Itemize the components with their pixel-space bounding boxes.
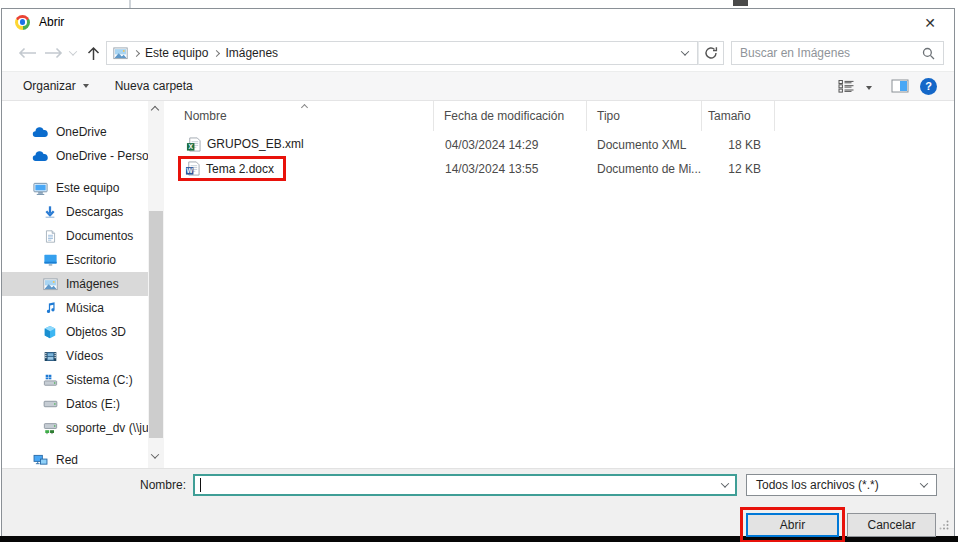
sidebar-item-escritorio[interactable]: Escritorio [2,248,148,272]
back-icon[interactable] [14,41,40,65]
svg-text:W: W [187,167,194,174]
title-bar: Abrir ✕ [2,9,954,35]
sidebar-item-label: Documentos [66,229,133,243]
file-type: Documento de Mi... [587,162,702,176]
file-name-input-wrap [193,474,737,496]
sidebar-item-soporte-dv-ju[interactable]: soporte_dv (\\ju [2,416,148,440]
chevron-down-icon [83,84,89,88]
sidebar-item-label: Este equipo [56,181,119,195]
column-header-label: Tipo [597,109,620,123]
network-icon [32,452,48,468]
text-caret [200,478,201,492]
column-header-1[interactable]: Fecha de modificación [434,101,587,131]
cloud-icon [32,124,48,140]
file-type-value: Todos los archivos (*.*) [756,478,879,492]
sidebar-item-vídeos[interactable]: Vídeos [2,344,148,368]
file-row[interactable]: WTema 2.docx 14/03/2024 13:55 Documento … [164,156,954,178]
new-folder-label: Nueva carpeta [115,79,193,93]
sidebar-item-música[interactable]: Música [2,296,148,320]
file-list-header: NombreFecha de modificaciónTipoTamaño [164,101,954,131]
drive-icon [42,396,58,412]
file-name: Tema 2.docx [206,162,274,176]
sidebar-item-label: OneDrive - Persor [56,149,148,163]
file-type-select[interactable]: Todos los archivos (*.*) [746,474,937,496]
breadcrumb-este-equipo[interactable]: Este equipo [139,46,214,60]
sidebar-item-imágenes[interactable]: Imágenes [2,272,148,296]
view-options-chevron-icon[interactable] [866,79,872,93]
file-name-input[interactable] [193,474,737,496]
pictures-icon [113,46,131,60]
file-name: GRUPOS_EB.xml [207,137,304,151]
sort-ascending-icon [301,104,308,111]
column-header-label: Tamaño [708,109,751,123]
sidebar-item-label: soporte_dv (\\ju [66,421,148,435]
organize-label: Organizar [23,79,76,93]
annotation-highlight-open: Abrir [740,507,845,542]
sidebar-item-este-equipo[interactable]: Este equipo [2,176,148,200]
column-header-2[interactable]: Tipo [587,101,702,131]
dialog-title: Abrir [39,15,64,29]
file-size: 18 KB [702,138,775,152]
file-size: 12 KB [702,162,775,176]
column-header-0[interactable]: Nombre [164,101,434,131]
new-folder-button[interactable]: Nueva carpeta [115,79,193,93]
sidebar-item-label: OneDrive [56,125,107,139]
sidebar-item-red[interactable]: Red [2,448,148,468]
sidebar-item-documentos[interactable]: Documentos [2,224,148,248]
search-input[interactable] [732,46,918,60]
sidebar: OneDrive OneDrive - Persor Este equipo D… [2,101,148,468]
sidebar-item-label: Objetos 3D [66,325,126,339]
video-icon [42,348,58,364]
column-header-label: Fecha de modificación [444,109,564,123]
resize-grip[interactable] [939,519,949,533]
breadcrumb-imagenes[interactable]: Imágenes [219,46,284,60]
xml-file-icon: X [186,137,201,152]
file-row[interactable]: XGRUPOS_EB.xml 04/03/2024 14:29 Document… [164,134,954,156]
pc-icon [32,180,48,196]
sidebar-item-sistema-c[interactable]: Sistema (C:) [2,368,148,392]
column-header-3[interactable]: Tamaño [702,101,775,131]
sidebar-item-label: Red [56,453,78,467]
system-drive-icon [42,372,58,388]
sidebar-item-label: Imágenes [66,277,119,291]
document-icon [42,228,58,244]
file-modified-date: 04/03/2024 14:29 [434,138,587,152]
forward-icon[interactable] [40,41,66,65]
file-name-cell[interactable]: XGRUPOS_EB.xml [184,135,311,153]
address-dropdown-icon[interactable] [673,42,697,64]
address-bar[interactable]: Este equipo Imágenes [106,41,698,65]
chevron-down-icon [920,479,928,487]
preview-pane-icon[interactable] [891,79,909,93]
music-icon [42,300,58,316]
cloud-icon [32,148,48,164]
sidebar-item-datos-e[interactable]: Datos (E:) [2,392,148,416]
help-icon[interactable]: ? [920,78,937,95]
scroll-down-icon[interactable] [151,450,159,458]
file-modified-date: 14/03/2024 13:55 [434,162,587,176]
file-name-cell[interactable]: WTema 2.docx [178,156,286,181]
close-icon[interactable]: ✕ [915,12,945,34]
up-icon[interactable] [80,41,106,65]
sidebar-item-onedrive[interactable]: OneDrive [2,120,148,144]
dialog-footer: Nombre: Todos los archivos (*.*) Abrir C… [2,468,954,536]
sidebar-scrollbar[interactable] [148,101,164,468]
organize-button[interactable]: Organizar [23,79,89,93]
word-file-icon: W [185,161,200,176]
sidebar-item-objetos-3d[interactable]: Objetos 3D [2,320,148,344]
file-name-label: Nombre: [2,474,186,496]
scroll-up-icon[interactable] [151,106,159,114]
sidebar-item-descargas[interactable]: Descargas [2,200,148,224]
sidebar-item-onedrive-persor[interactable]: OneDrive - Persor [2,144,148,168]
column-header-label: Nombre [184,109,227,123]
sidebar-item-label: Escritorio [66,253,116,267]
cancel-button[interactable]: Cancelar [847,513,936,537]
search-icon[interactable] [922,47,935,60]
view-details-icon[interactable] [838,79,855,93]
scrollbar-thumb[interactable] [149,211,163,438]
open-file-dialog: Abrir ✕ Este equipo Imágenes [1,8,955,536]
recent-locations-icon[interactable] [66,41,80,65]
navigation-bar: Este equipo Imágenes [2,35,954,71]
background-artifact [129,0,131,8]
open-button[interactable]: Abrir [746,513,839,537]
refresh-icon[interactable] [698,41,724,65]
